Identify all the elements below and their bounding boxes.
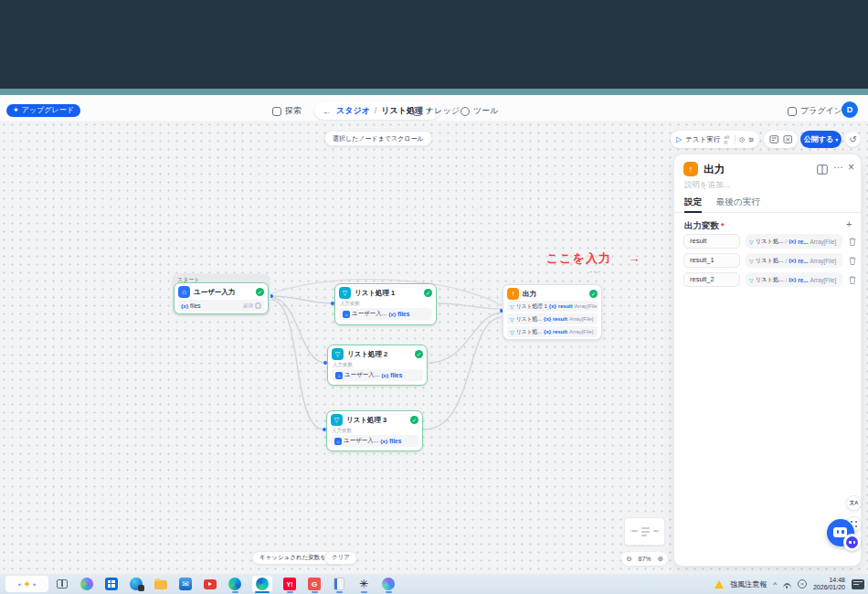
more-options-icon[interactable]: … <box>833 159 843 170</box>
breadcrumb-studio[interactable]: スタジオ <box>336 105 370 117</box>
var-value-selector[interactable]: ▽ リスト処... / {x} re... Array[File] <box>746 272 842 287</box>
taskbar-item-red-app[interactable]: G <box>307 576 322 592</box>
task-view-icon <box>57 579 68 589</box>
description-placeholder[interactable]: 説明を追加... <box>684 180 730 191</box>
checklist-icon[interactable] <box>748 135 754 144</box>
zoom-control[interactable]: ⊖ 87% ⊕ <box>621 552 668 566</box>
assistant-robot-badge[interactable] <box>843 534 861 551</box>
weather-alert-label[interactable]: 強風注意報 <box>730 579 767 589</box>
filter-icon: ▽ <box>510 329 514 335</box>
taskbar-item-gemini[interactable] <box>381 576 396 592</box>
add-variable-button[interactable]: + <box>846 218 852 229</box>
tray-time: 14:48 <box>829 577 845 583</box>
variable-badge: {x} <box>544 316 551 322</box>
notification-center-icon[interactable] <box>852 579 864 589</box>
taskbar-item-copilot[interactable] <box>79 576 94 592</box>
list-operator-1-input-chip[interactable]: ⌂ ユーザー入... {x} files <box>339 308 432 320</box>
schedule-clock-icon[interactable] <box>739 135 745 144</box>
back-arrow-icon[interactable]: ← <box>323 106 332 116</box>
taskbar-item-browser[interactable] <box>228 576 242 592</box>
delete-variable-icon[interactable] <box>848 256 857 266</box>
node-user-input[interactable]: ⌂ ユーザー入力 ✓ {x} files 必須 <box>174 282 269 314</box>
clear-button[interactable]: クリア <box>324 551 357 565</box>
delete-variable-icon[interactable] <box>848 275 857 285</box>
variable-badge: {x} <box>380 439 387 444</box>
taskbar-item-notebook[interactable] <box>332 576 346 592</box>
play-icon[interactable]: ▷ <box>676 135 682 143</box>
history-button[interactable]: ↺ <box>845 132 861 147</box>
youtube-icon <box>204 579 217 589</box>
tray-date: 2026/01/20 <box>813 584 845 590</box>
filter-icon: ▽ <box>510 316 514 323</box>
tab-last-run[interactable]: 最後の実行 <box>716 196 760 208</box>
nav-knowledge[interactable]: ナレッジ <box>413 105 460 117</box>
nav-explore[interactable]: 探索 <box>272 105 302 117</box>
node-menu-dots[interactable]: ··· <box>589 267 601 277</box>
taskbar-item-task-view[interactable] <box>55 576 69 592</box>
env-variable-icon[interactable] <box>783 134 793 144</box>
taskbar-item-store[interactable] <box>104 576 119 592</box>
row-type: Array[File] <box>575 303 598 309</box>
taskbar-item-yahoo[interactable]: Y! <box>282 576 297 592</box>
list-operator-3-input-chip[interactable]: ⌂ ユーザー入... {x} files <box>331 435 418 447</box>
close-icon[interactable]: × <box>848 161 854 174</box>
mute-icon[interactable]: × <box>798 579 807 589</box>
split-view-icon[interactable] <box>817 164 828 175</box>
taskbar-item-youtube[interactable] <box>203 576 217 592</box>
chip-var: re... <box>798 277 808 283</box>
var-name-input[interactable]: result_1 <box>683 253 740 268</box>
variables-panel-icon[interactable] <box>769 134 779 144</box>
tray-chevron-up-icon[interactable]: ^ <box>773 580 777 589</box>
list-operator-2-input-chip[interactable]: ⌂ ユーザー入... {x} files <box>332 369 423 381</box>
taskbar-item-edge-active[interactable] <box>252 576 272 592</box>
nav-tools[interactable]: ツール <box>460 105 498 117</box>
list-operator-1-title: リスト処理 1 <box>355 289 420 298</box>
test-run-bar[interactable]: ▷ テスト実行 alt R <box>671 131 759 148</box>
network-icon[interactable] <box>783 583 791 589</box>
zoom-in-icon[interactable]: ⊕ <box>657 555 663 563</box>
zoom-out-icon[interactable]: ⊖ <box>626 555 632 563</box>
success-check-icon: ✓ <box>415 350 423 358</box>
sparkle-icon: ✦ <box>23 578 31 590</box>
clock[interactable]: 14:48 2026/01/20 <box>813 577 845 592</box>
minimap[interactable] <box>624 517 665 546</box>
weather-warning-icon[interactable] <box>715 580 724 589</box>
chip-source: リスト処... <box>756 257 784 265</box>
env-var-bar[interactable] <box>764 131 798 148</box>
system-tray: 強風注意報 ^ × 14:48 2026/01/20 <box>715 574 864 594</box>
var-value-selector[interactable]: ▽ リスト処... / {x} re... Array[File] <box>746 234 842 249</box>
translate-button[interactable]: 文A <box>846 495 862 511</box>
nav-plugins[interactable]: プラグイン <box>788 105 842 117</box>
row-source: リスト処... <box>516 328 542 336</box>
avatar[interactable]: D <box>842 101 858 118</box>
tab-settings[interactable]: 設定 <box>684 196 702 208</box>
node-output[interactable]: ↑ 出力 ✓ ▽ リスト処理 1 {x} result Array[File] … <box>503 284 602 340</box>
var-name-input[interactable]: result_2 <box>683 272 740 287</box>
var-value-selector[interactable]: ▽ リスト処... / {x} re... Array[File] <box>746 253 842 268</box>
knowledge-label: ナレッジ <box>426 105 460 117</box>
taskbar-item-explorer[interactable] <box>153 576 168 592</box>
success-check-icon: ✓ <box>410 416 418 424</box>
translate-icon: 文A <box>850 500 858 506</box>
delete-variable-icon[interactable] <box>848 237 857 247</box>
plugins-icon <box>788 107 797 116</box>
start-group-container[interactable]: スタート ⌂ ユーザー入力 ✓ {x} files 必須 <box>172 273 270 316</box>
taskbar-item-mail[interactable]: ✉ <box>178 576 193 592</box>
zoom-level[interactable]: 87% <box>638 556 651 562</box>
node-list-operator-1[interactable]: ▽ リスト処理 1 ✓ 入力変数 ⌂ ユーザー入... {x} files <box>334 283 437 325</box>
publish-button[interactable]: 公開する ▾ <box>800 131 842 148</box>
var-name-input[interactable]: result <box>683 234 740 249</box>
sparkle-icon: ✦ <box>32 581 37 588</box>
node-list-operator-3[interactable]: ▽ リスト処理 3 ✓ 入力変数 ⌂ ユーザー入... {x} files <box>326 410 423 451</box>
upgrade-button[interactable]: ✦ アップグレード <box>6 104 80 117</box>
taskbar-item-ai-sparkle[interactable]: ✦ ✦ ✦ <box>5 576 48 592</box>
user-input-files-row[interactable]: {x} files 必須 <box>177 300 265 312</box>
scroll-to-node-button[interactable]: 選択したノードまでスクロール <box>324 131 432 146</box>
taskbar-item-openai[interactable]: ✳ <box>356 576 371 592</box>
test-run-label[interactable]: テスト実行 <box>685 135 720 144</box>
taskbar-item-edge-beta[interactable] <box>129 576 143 592</box>
node-list-operator-2[interactable]: ▽ リスト処理 2 ✓ 入力変数 ⌂ ユーザー入... {x} files <box>327 345 428 386</box>
taskbar-apps: ✉ Y! G ✳ <box>55 576 396 592</box>
list-operator-2-title: リスト処理 2 <box>347 350 411 359</box>
red-app-icon: G <box>308 578 321 590</box>
